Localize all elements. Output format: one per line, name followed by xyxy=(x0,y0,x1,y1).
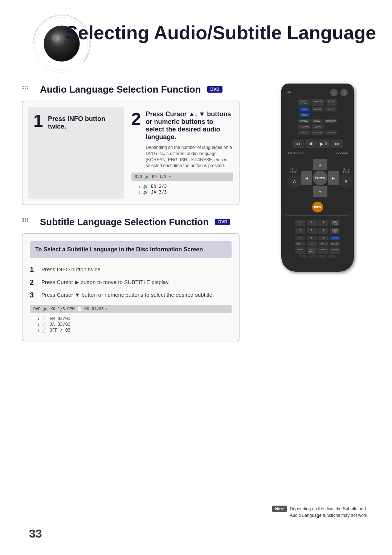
btn-8[interactable]: 8 xyxy=(307,236,317,240)
next-btn[interactable]: ⏭ xyxy=(331,139,343,148)
audio-step2: 2 Press Cursor ▲, ▼ buttons or numeric b… xyxy=(131,107,233,199)
tv-video-btn[interactable]: TV/VIDEO xyxy=(311,99,324,106)
main-content: Audio Language Selection Function DVD 1 … xyxy=(22,84,240,341)
digital-btn[interactable]: DIGITAL xyxy=(330,236,340,240)
mode2-btn[interactable]: MODE xyxy=(295,247,305,254)
subtitle-display-line-3: ↓ 📄 OFF / 03 xyxy=(37,328,232,333)
numpad-row-top: 1 2 3 BESTTUNE xyxy=(287,220,348,226)
nav-up-btn[interactable]: ▲ xyxy=(313,159,327,170)
vol-up-btn[interactable]: ∧ xyxy=(287,174,301,188)
remote-divider-2 xyxy=(286,215,350,216)
extra2-btn[interactable] xyxy=(309,255,317,258)
mark-btn[interactable]: MARK xyxy=(312,125,324,129)
subtitle-step1-text: Press INFO button twice. xyxy=(41,266,102,273)
numpad-row-5: MODE WIDEBODY SPEECH BLANK xyxy=(287,247,348,254)
digipro-btn[interactable]: DIGIPRO xyxy=(311,130,323,135)
remote-control: ⓓ ○ ○ OPEN/CLOSE TV/VIDEO MODE DVD TUNER… xyxy=(281,84,354,272)
btn-0[interactable]: 0 xyxy=(307,242,317,246)
downmix-btn[interactable]: DOWNMIX xyxy=(330,228,340,234)
extra3-btn[interactable] xyxy=(318,255,326,258)
disc-skip-btn[interactable]: DISC/SKP xyxy=(324,119,337,123)
svg-rect-8 xyxy=(23,88,24,89)
numpad-row-2: 4 5 6 DOWNMIX xyxy=(287,228,348,234)
remote-row-3: BAND xyxy=(286,113,350,117)
vol-plus-label: □RL ▲FADE xyxy=(342,168,350,173)
subtitle-step2: 2 Press Cursor ▶ button to move to SUBTI… xyxy=(30,278,232,287)
remote-row-5: REV/APL MARK xyxy=(286,125,350,129)
svg-rect-14 xyxy=(23,220,24,222)
speech-btn[interactable]: SPEECH xyxy=(318,247,328,254)
play-pause-btn[interactable]: ▶⏸ xyxy=(318,139,330,148)
btn-9[interactable]: 9 xyxy=(318,236,328,240)
right-vol: □RL ▲FADE ∨ xyxy=(339,168,353,188)
tuner-btn[interactable]: TUNER xyxy=(312,107,323,112)
svg-rect-16 xyxy=(27,220,28,222)
nav-corner-tr xyxy=(328,159,339,170)
btn-3[interactable]: 3 xyxy=(318,220,328,226)
audio-step1-text: Press INFO button twice. xyxy=(48,112,119,130)
best-tune-btn[interactable]: BESTTUNE xyxy=(330,220,340,226)
source-btn[interactable]: SOURCE xyxy=(330,242,340,246)
subtitle-display-sequence: ↓ 📄 EN 02/03 ↓ 📄 JA 03/03 ↓ 📄 OFF / 03 xyxy=(30,316,232,333)
subtitle-display-line-1: ↓ 📄 EN 02/03 xyxy=(37,316,232,321)
prev-btn[interactable]: ⏮ xyxy=(293,139,304,148)
audio-step2-number: 2 xyxy=(131,110,142,128)
svg-rect-9 xyxy=(25,88,26,89)
remote-dvd-btn[interactable]: ○ xyxy=(340,89,348,96)
dvd-btn[interactable]: DVD xyxy=(299,107,310,112)
transport-row: ⏮ ⏹ ▶⏸ ⏭ xyxy=(286,139,350,148)
extra1-btn[interactable] xyxy=(299,255,307,258)
left-vol: □RL ▲FADE ∧ xyxy=(287,168,301,188)
repeat-btn[interactable]: REPEAT xyxy=(325,130,337,135)
wide-body-btn[interactable]: WIDEBODY xyxy=(307,247,317,254)
aux-btn[interactable]: AUX xyxy=(325,107,336,112)
lt-view-btn[interactable]: LT VIEW xyxy=(298,119,310,123)
navigation-cross: ▲ ◀ ENTER ▶ ▼ xyxy=(301,159,339,197)
vol-tuning-row: TUNING/CH VOLUME xyxy=(287,151,348,154)
stop-btn[interactable]: ⏹ xyxy=(305,139,317,148)
info-btn[interactable]: INFO xyxy=(312,202,323,212)
rev-apl-btn[interactable]: REV/APL xyxy=(298,125,310,129)
vol-down-btn[interactable]: ∨ xyxy=(339,174,353,188)
slow-btn[interactable]: SLOW xyxy=(311,119,323,123)
remote-tv-btn[interactable]: ○ xyxy=(330,89,338,96)
svg-rect-5 xyxy=(23,86,24,87)
note-text: Depending on the disc, the Subtitle and … xyxy=(290,506,377,519)
btn-6[interactable]: 6 xyxy=(318,228,328,234)
nav-corner-tl xyxy=(301,159,312,170)
remote-row-4: LT VIEW SLOW DISC/SKP xyxy=(286,119,350,123)
remote-row-2: DVD TUNER AUX xyxy=(286,107,350,112)
subtitle-step3: 3 Press Cursor ▼ button or numeric butto… xyxy=(30,291,232,299)
numpad-row-4: SLEEP 0 CANCEL SOURCE xyxy=(287,242,348,246)
subtitle-step2-num: 2 xyxy=(30,278,37,287)
blank-btn[interactable]: BLANK xyxy=(330,247,340,254)
subtitle-section-header: Subtitle Language Selection Function DVD xyxy=(22,216,240,228)
subtitle-highlight-box: To Select a Subtitle Language in the Dis… xyxy=(30,241,232,258)
subtitle-step1-num: 1 xyxy=(30,266,37,274)
open-close-btn[interactable]: OPEN/CLOSE xyxy=(298,99,310,106)
nav-enter-btn[interactable]: ENTER xyxy=(313,171,327,185)
audio-display-bar: DVD 🔊 KO 1/3 ← xyxy=(131,173,233,181)
btn-2[interactable]: 2 xyxy=(307,220,317,226)
nav-right-btn[interactable]: ▶ xyxy=(328,171,339,185)
subtitle-display-line-2: ↓ 📄 JA 03/03 xyxy=(37,322,232,327)
btn-4[interactable]: 4 xyxy=(295,228,305,234)
btn-7[interactable]: 7 xyxy=(295,236,305,240)
mode-btn[interactable]: MODE xyxy=(326,99,337,106)
binary-decoration: 0101010101010101010101010101010101010101… xyxy=(29,11,94,76)
btn-1[interactable]: 1 xyxy=(295,220,305,226)
subtitle-step3-num: 3 xyxy=(30,291,37,299)
svg-rect-15 xyxy=(25,220,26,222)
svg-rect-12 xyxy=(25,218,26,220)
nav-down-btn[interactable]: ▼ xyxy=(313,186,327,197)
btn-5[interactable]: 5 xyxy=(307,228,317,234)
audio-section-header: Audio Language Selection Function DVD xyxy=(22,84,240,95)
svg-rect-11 xyxy=(23,218,24,220)
step-btn[interactable]: STEP xyxy=(298,130,310,135)
sleep-btn[interactable]: SLEEP xyxy=(295,242,305,246)
extra4-btn[interactable] xyxy=(328,255,336,258)
band-btn[interactable]: BAND xyxy=(299,113,310,117)
cancel-btn[interactable]: CANCEL xyxy=(318,242,328,246)
audio-dvd-badge: DVD xyxy=(207,86,222,93)
nav-left-btn[interactable]: ◀ xyxy=(301,171,312,185)
